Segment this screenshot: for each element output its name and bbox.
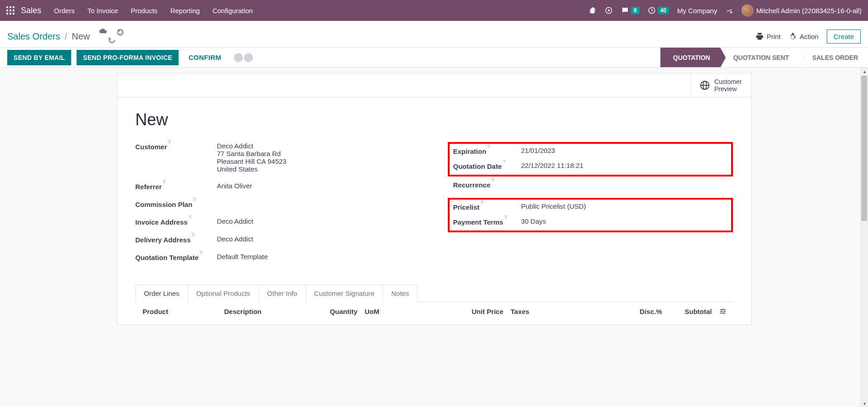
referrer-field[interactable]: Anita Oliver	[217, 182, 421, 190]
th-column-settings[interactable]	[716, 308, 729, 315]
form-tabs: Order Lines Optional Products Other Info…	[136, 284, 733, 302]
invoice-address-field[interactable]: Deco Addict	[217, 217, 421, 225]
sliders-icon	[719, 308, 727, 315]
tools-icon[interactable]	[725, 6, 733, 15]
svg-rect-6	[6, 13, 8, 15]
action-button[interactable]: Action	[789, 32, 819, 40]
referrer-label: Referrer?	[136, 182, 217, 191]
send-email-button[interactable]: SEND BY EMAIL	[7, 50, 71, 65]
help-icon[interactable]: ?	[480, 200, 483, 205]
user-avatar	[742, 5, 753, 16]
help-icon[interactable]: ?	[504, 215, 507, 220]
svg-rect-4	[10, 10, 11, 11]
support-icon[interactable]	[605, 6, 613, 15]
quotation-template-field[interactable]: Default Template	[217, 253, 421, 260]
globe-icon	[700, 80, 710, 90]
pricelist-field[interactable]: Public Pricelist (USD)	[521, 202, 727, 210]
help-icon[interactable]: ?	[163, 179, 165, 185]
statusbar: SEND BY EMAIL SEND PRO-FORMA INVOICE CON…	[0, 48, 868, 68]
recurrence-label: Recurrence?	[453, 180, 521, 189]
payment-terms-field[interactable]: 30 Days	[521, 217, 727, 225]
menu-orders[interactable]: Orders	[54, 7, 75, 15]
customer-preview-label-2: Preview	[714, 85, 742, 93]
form-scroll-area: Customer Preview New Customer? Deco Addi…	[0, 68, 868, 407]
scroll-thumb[interactable]	[861, 76, 867, 221]
customer-preview-button[interactable]: Customer Preview	[690, 74, 751, 97]
tab-customer-signature[interactable]: Customer Signature	[305, 284, 383, 302]
svg-rect-8	[13, 13, 15, 15]
customer-preview-label-1: Customer	[714, 78, 742, 85]
highlight-dates: Expiration? 21/01/2023 Quotation Date? 2…	[448, 142, 733, 177]
help-icon[interactable]: ?	[193, 197, 196, 202]
status-quotation[interactable]: QUOTATION	[660, 48, 720, 67]
assignee-avatars[interactable]	[234, 53, 253, 62]
tab-optional-products[interactable]: Optional Products	[188, 284, 259, 302]
order-lines-table-header: Product Description Quantity UoM Unit Pr…	[136, 302, 733, 321]
button-box: Customer Preview	[117, 74, 751, 98]
th-quantity: Quantity	[316, 308, 361, 315]
th-unit-price: Unit Price	[425, 308, 507, 315]
th-disc: Disc.%	[625, 308, 666, 315]
print-button[interactable]: Print	[756, 32, 781, 40]
menu-to-invoice[interactable]: To Invoice	[87, 7, 118, 15]
menu-reporting[interactable]: Reporting	[170, 7, 200, 15]
expiration-field[interactable]: 21/01/2023	[521, 147, 727, 154]
status-steps: QUOTATION QUOTATION SENT SALES ORDER	[660, 48, 868, 67]
app-brand[interactable]: Sales	[21, 6, 41, 15]
menu-configuration[interactable]: Configuration	[213, 7, 253, 15]
help-icon[interactable]: ?	[503, 159, 505, 164]
send-proforma-button[interactable]: SEND PRO-FORMA INVOICE	[77, 50, 179, 65]
invoice-address-label: Invoice Address?	[136, 217, 217, 226]
apps-icon[interactable]	[6, 6, 15, 15]
help-icon[interactable]: ?	[168, 139, 171, 145]
bug-icon[interactable]	[588, 6, 596, 15]
customer-field[interactable]: Deco Addict 77 Santa Barbara Rd Pleasant…	[217, 142, 421, 173]
commission-plan-label: Commission Plan?	[136, 200, 217, 208]
breadcrumb-parent[interactable]: Sales Orders	[7, 31, 60, 42]
user-menu[interactable]: Mitchell Admin (22083425-16-0-all)	[742, 5, 862, 16]
breadcrumb-current: New	[72, 31, 90, 42]
control-panel: Sales Orders / New Print Action	[0, 21, 868, 48]
tab-other-info[interactable]: Other Info	[258, 284, 306, 302]
expiration-label: Expiration?	[453, 147, 521, 155]
vertical-scrollbar[interactable]: ▴ ▾	[860, 68, 868, 407]
svg-point-10	[608, 10, 610, 12]
svg-rect-3	[6, 10, 8, 11]
tab-notes[interactable]: Notes	[383, 284, 417, 302]
th-description: Description	[221, 308, 316, 315]
messages-badge: 9	[631, 7, 640, 14]
help-icon[interactable]: ?	[487, 144, 490, 149]
breadcrumb-separator: /	[65, 31, 68, 42]
help-icon[interactable]: ?	[199, 250, 202, 255]
delivery-address-label: Delivery Address?	[136, 235, 217, 244]
scroll-down-arrow[interactable]: ▾	[861, 400, 868, 407]
form-right-column: Expiration? 21/01/2023 Quotation Date? 2…	[448, 142, 733, 270]
discard-icon[interactable]	[116, 28, 124, 44]
status-sales-order[interactable]: SALES ORDER	[799, 48, 868, 67]
help-icon[interactable]: ?	[189, 215, 191, 220]
page-title: New	[136, 110, 733, 129]
svg-rect-7	[10, 13, 11, 15]
activities-icon[interactable]: 40	[648, 6, 669, 15]
activities-badge: 40	[658, 7, 669, 14]
form-left-column: Customer? Deco Addict 77 Santa Barbara R…	[136, 142, 421, 270]
company-switcher[interactable]: My Company	[677, 7, 717, 15]
create-button[interactable]: Create	[827, 29, 861, 44]
messages-icon[interactable]: 9	[621, 6, 640, 15]
th-taxes: Taxes	[507, 308, 625, 315]
cloud-save-icon[interactable]	[99, 28, 108, 44]
quotation-template-label: Quotation Template?	[136, 253, 217, 261]
scroll-up-arrow[interactable]: ▴	[861, 68, 868, 75]
highlight-pricing: Pricelist? Public Pricelist (USD) Paymen…	[448, 198, 733, 232]
delivery-address-field[interactable]: Deco Addict	[217, 235, 421, 243]
help-icon[interactable]: ?	[192, 232, 194, 238]
status-quotation-sent[interactable]: QUOTATION SENT	[720, 48, 799, 67]
quotation-date-label: Quotation Date?	[453, 162, 521, 170]
th-uom: UoM	[361, 308, 425, 315]
help-icon[interactable]: ?	[491, 177, 494, 183]
quotation-date-field[interactable]: 22/12/2022 11:18:21	[521, 162, 727, 169]
tab-order-lines[interactable]: Order Lines	[136, 284, 188, 302]
menu-products[interactable]: Products	[131, 7, 157, 15]
svg-rect-1	[10, 6, 11, 8]
confirm-button[interactable]: CONFIRM	[184, 49, 226, 65]
